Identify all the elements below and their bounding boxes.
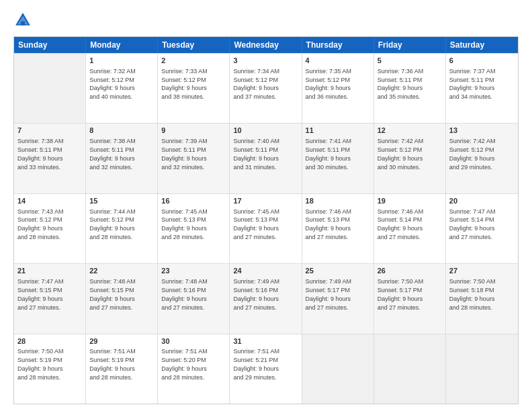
logo: [13, 11, 35, 30]
cell-info: Sunrise: 7:46 AMSunset: 5:14 PMDaylight:…: [378, 208, 424, 240]
cell-info: Sunrise: 7:49 AMSunset: 5:16 PMDaylight:…: [233, 278, 279, 310]
cell-info: Sunrise: 7:48 AMSunset: 5:16 PMDaylight:…: [161, 278, 208, 310]
cell-info: Sunrise: 7:46 AMSunset: 5:13 PMDaylight:…: [306, 208, 352, 240]
cell-info: Sunrise: 7:39 AMSunset: 5:11 PMDaylight:…: [161, 138, 208, 170]
calendar-cell: 26 Sunrise: 7:50 AMSunset: 5:17 PMDaylig…: [374, 264, 446, 333]
calendar-cell: 29 Sunrise: 7:51 AMSunset: 5:19 PMDaylig…: [86, 334, 158, 404]
day-number: 9: [161, 126, 226, 136]
day-number: 20: [449, 196, 515, 206]
calendar-cell: 10 Sunrise: 7:40 AMSunset: 5:11 PMDaylig…: [230, 124, 302, 193]
calendar-cell: 1 Sunrise: 7:32 AMSunset: 5:12 PMDayligh…: [86, 54, 158, 123]
day-number: 7: [17, 126, 82, 136]
cell-info: Sunrise: 7:43 AMSunset: 5:12 PMDaylight:…: [17, 208, 64, 240]
cell-info: Sunrise: 7:44 AMSunset: 5:12 PMDaylight:…: [89, 208, 136, 240]
calendar-cell: 9 Sunrise: 7:39 AMSunset: 5:11 PMDayligh…: [158, 124, 230, 193]
day-number: 12: [378, 126, 442, 136]
day-number: 26: [378, 266, 442, 276]
cell-info: Sunrise: 7:50 AMSunset: 5:18 PMDaylight:…: [449, 278, 496, 310]
cell-info: Sunrise: 7:47 AMSunset: 5:15 PMDaylight:…: [17, 278, 64, 310]
day-number: 31: [233, 336, 298, 347]
cell-info: Sunrise: 7:34 AMSunset: 5:12 PMDaylight:…: [233, 68, 279, 100]
cell-info: Sunrise: 7:35 AMSunset: 5:12 PMDaylight:…: [306, 68, 352, 100]
calendar-cell: 25 Sunrise: 7:49 AMSunset: 5:17 PMDaylig…: [302, 264, 374, 333]
logo-icon: [13, 11, 32, 30]
day-number: 2: [161, 56, 226, 66]
calendar-cell: 27 Sunrise: 7:50 AMSunset: 5:18 PMDaylig…: [446, 264, 518, 333]
header-day-sunday: Sunday: [14, 37, 86, 53]
cell-info: Sunrise: 7:42 AMSunset: 5:12 PMDaylight:…: [449, 138, 496, 170]
day-number: 28: [17, 336, 82, 347]
header-day-saturday: Saturday: [446, 37, 518, 53]
day-number: 14: [17, 196, 82, 206]
calendar-cell: 13 Sunrise: 7:42 AMSunset: 5:12 PMDaylig…: [446, 124, 518, 193]
header-day-wednesday: Wednesday: [230, 37, 302, 53]
day-number: 16: [161, 196, 226, 206]
calendar-body: 1 Sunrise: 7:32 AMSunset: 5:12 PMDayligh…: [14, 53, 518, 404]
day-number: 11: [306, 126, 370, 136]
day-number: 4: [306, 56, 370, 66]
cell-info: Sunrise: 7:37 AMSunset: 5:11 PMDaylight:…: [449, 68, 496, 100]
calendar-cell: 22 Sunrise: 7:48 AMSunset: 5:15 PMDaylig…: [86, 264, 158, 333]
calendar-cell: 16 Sunrise: 7:45 AMSunset: 5:13 PMDaylig…: [158, 194, 230, 263]
calendar-cell: [446, 334, 518, 404]
day-number: 27: [449, 266, 515, 276]
cell-info: Sunrise: 7:38 AMSunset: 5:11 PMDaylight:…: [17, 138, 64, 170]
calendar-cell: 20 Sunrise: 7:47 AMSunset: 5:14 PMDaylig…: [446, 194, 518, 263]
cell-info: Sunrise: 7:51 AMSunset: 5:20 PMDaylight:…: [161, 348, 208, 380]
calendar-cell: 23 Sunrise: 7:48 AMSunset: 5:16 PMDaylig…: [158, 264, 230, 333]
day-number: 25: [306, 266, 370, 276]
calendar-cell: 11 Sunrise: 7:41 AMSunset: 5:11 PMDaylig…: [302, 124, 374, 193]
calendar-cell: 3 Sunrise: 7:34 AMSunset: 5:12 PMDayligh…: [230, 54, 302, 123]
day-number: 15: [89, 196, 154, 206]
calendar-cell: 24 Sunrise: 7:49 AMSunset: 5:16 PMDaylig…: [230, 264, 302, 333]
day-number: 29: [89, 336, 154, 347]
cell-info: Sunrise: 7:45 AMSunset: 5:13 PMDaylight:…: [161, 208, 208, 240]
cell-info: Sunrise: 7:42 AMSunset: 5:12 PMDaylight:…: [378, 138, 424, 170]
calendar-cell: 18 Sunrise: 7:46 AMSunset: 5:13 PMDaylig…: [302, 194, 374, 263]
day-number: 23: [161, 266, 226, 276]
calendar-cell: 6 Sunrise: 7:37 AMSunset: 5:11 PMDayligh…: [446, 54, 518, 123]
calendar-week-5: 28 Sunrise: 7:50 AMSunset: 5:19 PMDaylig…: [14, 334, 518, 404]
header: [13, 11, 519, 30]
day-number: 18: [306, 196, 370, 206]
cell-info: Sunrise: 7:32 AMSunset: 5:12 PMDaylight:…: [89, 68, 136, 100]
cell-info: Sunrise: 7:49 AMSunset: 5:17 PMDaylight:…: [306, 278, 352, 310]
header-day-monday: Monday: [86, 37, 158, 53]
day-number: 21: [17, 266, 82, 276]
calendar-cell: 30 Sunrise: 7:51 AMSunset: 5:20 PMDaylig…: [158, 334, 230, 404]
day-number: 10: [233, 126, 298, 136]
calendar-cell: 8 Sunrise: 7:38 AMSunset: 5:11 PMDayligh…: [86, 124, 158, 193]
calendar-cell: 12 Sunrise: 7:42 AMSunset: 5:12 PMDaylig…: [374, 124, 446, 193]
calendar-cell: [14, 54, 86, 123]
calendar-cell: 14 Sunrise: 7:43 AMSunset: 5:12 PMDaylig…: [14, 194, 86, 263]
calendar-week-1: 1 Sunrise: 7:32 AMSunset: 5:12 PMDayligh…: [14, 53, 518, 123]
calendar-cell: 5 Sunrise: 7:36 AMSunset: 5:11 PMDayligh…: [374, 54, 446, 123]
calendar: SundayMondayTuesdayWednesdayThursdayFrid…: [13, 36, 519, 404]
svg-rect-2: [21, 21, 25, 26]
header-day-friday: Friday: [374, 37, 446, 53]
cell-info: Sunrise: 7:40 AMSunset: 5:11 PMDaylight:…: [233, 138, 279, 170]
day-number: 13: [449, 126, 515, 136]
cell-info: Sunrise: 7:47 AMSunset: 5:14 PMDaylight:…: [449, 208, 496, 240]
calendar-week-3: 14 Sunrise: 7:43 AMSunset: 5:12 PMDaylig…: [14, 193, 518, 263]
calendar-cell: 19 Sunrise: 7:46 AMSunset: 5:14 PMDaylig…: [374, 194, 446, 263]
day-number: 6: [449, 56, 515, 66]
day-number: 3: [233, 56, 298, 66]
day-number: 19: [378, 196, 442, 206]
day-number: 30: [161, 336, 226, 347]
cell-info: Sunrise: 7:51 AMSunset: 5:21 PMDaylight:…: [233, 348, 279, 380]
calendar-cell: 17 Sunrise: 7:45 AMSunset: 5:13 PMDaylig…: [230, 194, 302, 263]
cell-info: Sunrise: 7:50 AMSunset: 5:17 PMDaylight:…: [378, 278, 424, 310]
header-day-tuesday: Tuesday: [158, 37, 230, 53]
cell-info: Sunrise: 7:33 AMSunset: 5:12 PMDaylight:…: [161, 68, 208, 100]
day-number: 5: [378, 56, 442, 66]
calendar-cell: 2 Sunrise: 7:33 AMSunset: 5:12 PMDayligh…: [158, 54, 230, 123]
calendar-header: SundayMondayTuesdayWednesdayThursdayFrid…: [14, 37, 518, 53]
cell-info: Sunrise: 7:50 AMSunset: 5:19 PMDaylight:…: [17, 348, 64, 380]
calendar-cell: [374, 334, 446, 404]
calendar-cell: [302, 334, 374, 404]
day-number: 1: [89, 56, 154, 66]
calendar-week-4: 21 Sunrise: 7:47 AMSunset: 5:15 PMDaylig…: [14, 263, 518, 333]
header-day-thursday: Thursday: [302, 37, 374, 53]
day-number: 8: [89, 126, 154, 136]
